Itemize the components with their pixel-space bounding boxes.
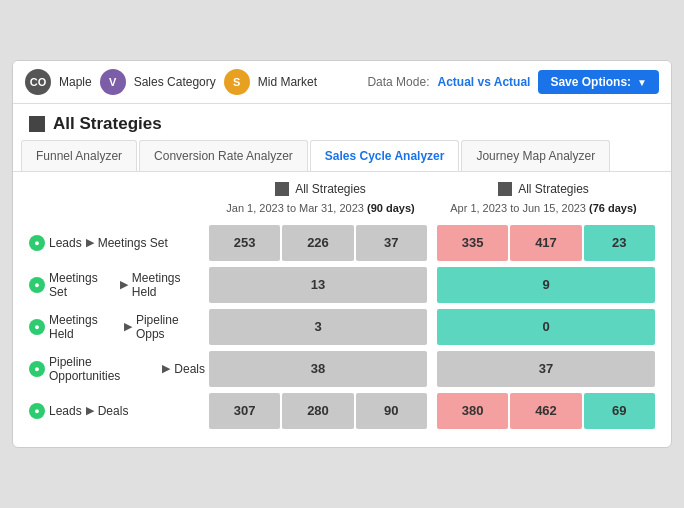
cell-value: 253	[209, 225, 280, 261]
row-arrow-icon: ▶	[162, 362, 170, 375]
maple-label: Maple	[59, 75, 92, 89]
row-arrow-icon: ▶	[124, 320, 132, 333]
row-label: ● Pipeline Opportunities ▶ Deals	[29, 355, 209, 383]
row-label-text2: Pipeline Opps	[136, 313, 205, 341]
tab-funnel[interactable]: Funnel Analyzer	[21, 140, 137, 171]
strategy-right-header: All Strategies	[432, 182, 655, 196]
cell-value: 90	[356, 393, 427, 429]
row-dot-icon: ●	[29, 319, 45, 335]
row-label-text2: Deals	[98, 404, 129, 418]
cells-right: 38046269	[437, 393, 655, 429]
row-label: ● Meetings Held ▶ Pipeline Opps	[29, 313, 209, 341]
table-row: ● Pipeline Opportunities ▶ Deals 3837	[29, 351, 655, 387]
avatar-v: V	[100, 69, 126, 95]
period-headers: Jan 1, 2023 to Mar 31, 2023 (90 days) Ap…	[29, 200, 655, 217]
cell-value: 307	[209, 393, 280, 429]
cells-left: 30728090	[209, 393, 427, 429]
strategy-left-square	[275, 182, 289, 196]
single-cell-left: 13	[209, 267, 427, 303]
strategy-left-header: All Strategies	[209, 182, 432, 196]
sales-category-label: Sales Category	[134, 75, 216, 89]
row-label: ● Leads ▶ Meetings Set	[29, 235, 209, 251]
main-container: CO Maple V Sales Category S Mid Market D…	[12, 60, 672, 448]
row-dot-icon: ●	[29, 361, 45, 377]
row-label-text2: Meetings Held	[132, 271, 205, 299]
cells-left: 25322637	[209, 225, 427, 261]
row-arrow-icon: ▶	[86, 236, 94, 249]
row-arrow-icon: ▶	[86, 404, 94, 417]
title-square-icon	[29, 116, 45, 132]
single-cell-right: 9	[437, 267, 655, 303]
cell-value: 417	[510, 225, 581, 261]
avatar-s: S	[224, 69, 250, 95]
tabs-row: Funnel Analyzer Conversion Rate Analyzer…	[13, 140, 671, 172]
row-label-text2: Meetings Set	[98, 236, 168, 250]
cell-value: 335	[437, 225, 508, 261]
title-row: All Strategies	[13, 104, 671, 140]
content-area: All Strategies All Strategies Jan 1, 202…	[13, 172, 671, 447]
data-mode-value: Actual vs Actual	[437, 75, 530, 89]
cell-value: 37	[356, 225, 427, 261]
cells-right: 33541723	[437, 225, 655, 261]
header-bar: CO Maple V Sales Category S Mid Market D…	[13, 61, 671, 104]
row-dot-icon: ●	[29, 403, 45, 419]
cell-value: 280	[282, 393, 353, 429]
save-options-button[interactable]: Save Options: ▼	[538, 70, 659, 94]
period-left: Jan 1, 2023 to Mar 31, 2023 (90 days)	[209, 200, 432, 217]
table-row: ● Leads ▶ Meetings Set 2532263733541723	[29, 225, 655, 261]
chevron-down-icon: ▼	[637, 77, 647, 88]
tab-journey-map[interactable]: Journey Map Analyzer	[461, 140, 610, 171]
mid-market-label: Mid Market	[258, 75, 317, 89]
cell-value: 226	[282, 225, 353, 261]
table-row: ● Leads ▶ Deals 3072809038046269	[29, 393, 655, 429]
row-label-text1: Meetings Held	[49, 313, 120, 341]
cell-value: 462	[510, 393, 581, 429]
row-label: ● Leads ▶ Deals	[29, 403, 209, 419]
single-cell-right: 37	[437, 351, 655, 387]
row-label-text1: Pipeline Opportunities	[49, 355, 158, 383]
strategy-right-square	[498, 182, 512, 196]
row-dot-icon: ●	[29, 277, 45, 293]
avatar-co: CO	[25, 69, 51, 95]
row-dot-icon: ●	[29, 235, 45, 251]
single-cell-right: 0	[437, 309, 655, 345]
page-title: All Strategies	[53, 114, 162, 134]
row-label-text2: Deals	[174, 362, 205, 376]
row-label-text1: Meetings Set	[49, 271, 116, 299]
row-label-text1: Leads	[49, 236, 82, 250]
cell-value: 23	[584, 225, 655, 261]
period-right: Apr 1, 2023 to Jun 15, 2023 (76 days)	[432, 200, 655, 217]
table-row: ● Meetings Set ▶ Meetings Held 139	[29, 267, 655, 303]
single-cell-left: 38	[209, 351, 427, 387]
table-row: ● Meetings Held ▶ Pipeline Opps 30	[29, 309, 655, 345]
single-cell-left: 3	[209, 309, 427, 345]
tab-sales-cycle[interactable]: Sales Cycle Analyzer	[310, 140, 460, 171]
tab-conversion[interactable]: Conversion Rate Analyzer	[139, 140, 308, 171]
row-label: ● Meetings Set ▶ Meetings Held	[29, 271, 209, 299]
row-label-text1: Leads	[49, 404, 82, 418]
strategy-headers: All Strategies All Strategies	[29, 182, 655, 196]
cell-value: 69	[584, 393, 655, 429]
data-table: ● Leads ▶ Meetings Set 2532263733541723 …	[29, 225, 655, 429]
cell-value: 380	[437, 393, 508, 429]
row-arrow-icon: ▶	[120, 278, 128, 291]
data-mode-label: Data Mode:	[367, 75, 429, 89]
